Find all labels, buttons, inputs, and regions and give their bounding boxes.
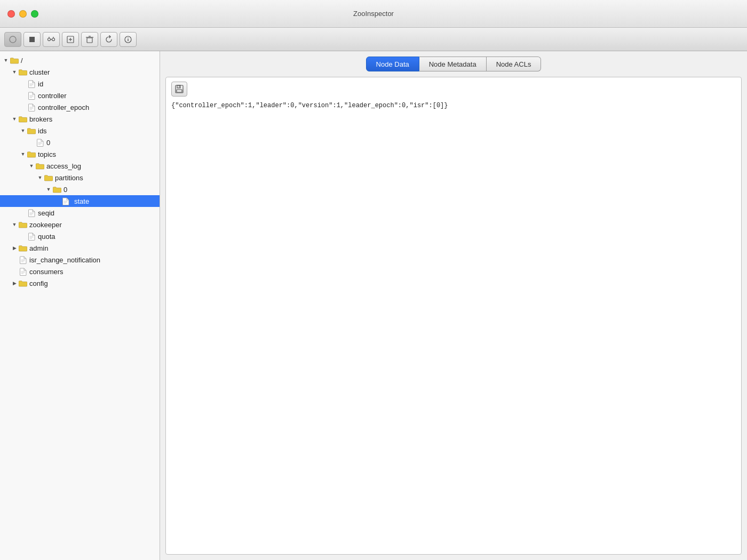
folder-icon-config — [18, 279, 28, 287]
svg-rect-10 — [87, 38, 92, 43]
record-button[interactable] — [23, 32, 41, 47]
tree-item-cluster-controller[interactable]: controller — [0, 90, 160, 101]
tree-label-config: config — [29, 279, 48, 287]
record-icon — [29, 36, 35, 43]
tree-label-brokers-topics-access_log-partitions: partitions — [55, 174, 83, 182]
tree-label-brokers-topics: topics — [38, 150, 56, 158]
folder-icon-cluster — [18, 68, 28, 76]
folder-icon-zookeeper — [18, 221, 28, 228]
close-button[interactable] — [7, 10, 15, 18]
file-icon-brokers-seqid — [27, 209, 36, 217]
maximize-button[interactable] — [31, 10, 38, 18]
tree-label-brokers-ids: ids — [38, 127, 47, 135]
tree-label-brokers-topics-access_log: access_log — [46, 162, 81, 170]
tree-label-brokers-ids-0: 0 — [46, 139, 50, 147]
tree-label-isr_change_notification: isr_change_notification — [29, 256, 100, 264]
tree-item-root[interactable]: ▼ / — [0, 54, 160, 66]
tab-node-data[interactable]: Node Data — [366, 57, 419, 71]
delete-icon — [85, 35, 94, 44]
tree-label-root: / — [21, 57, 23, 65]
save-button[interactable] — [171, 82, 187, 97]
tree-panel[interactable]: ▼ /▼ cluster id controller controller_ep… — [0, 51, 160, 560]
node-data-content[interactable]: {"controller_epoch":1,"leader":0,"versio… — [171, 101, 736, 550]
tree-item-cluster-id[interactable]: id — [0, 78, 160, 90]
folder-icon-root — [10, 57, 19, 64]
tree-item-isr_change_notification[interactable]: isr_change_notification — [0, 254, 160, 266]
toolbar — [0, 28, 747, 51]
folder-icon-brokers-topics-access_log-partitions-0 — [52, 186, 62, 193]
info-icon — [124, 35, 132, 44]
file-icon-cluster-id — [27, 80, 36, 87]
tree-item-consumers[interactable]: consumers — [0, 266, 160, 277]
file-icon-cluster-controller — [27, 92, 36, 99]
tree-label-zookeeper: zookeeper — [29, 221, 62, 229]
tree-item-brokers-topics-access_log[interactable]: ▼ access_log — [0, 160, 160, 172]
tab-node-acls[interactable]: Node ACLs — [487, 57, 542, 71]
add-button[interactable] — [62, 32, 79, 47]
tree-label-cluster-id: id — [38, 80, 43, 88]
tree-item-brokers-seqid[interactable]: seqid — [0, 207, 160, 219]
tree-item-brokers-topics[interactable]: ▼ topics — [0, 148, 160, 160]
tree-label-consumers: consumers — [29, 268, 63, 276]
connect-button[interactable] — [43, 32, 60, 47]
file-icon-consumers — [18, 268, 28, 275]
svg-point-0 — [10, 36, 16, 43]
tree-arrow-brokers-ids[interactable]: ▼ — [19, 127, 27, 134]
save-btn-area — [171, 82, 736, 97]
tree-item-cluster[interactable]: ▼ cluster — [0, 66, 160, 78]
folder-icon-brokers-ids — [27, 127, 36, 134]
tree-arrow-brokers-topics-access_log[interactable]: ▼ — [28, 162, 35, 170]
tree-arrow-root[interactable]: ▼ — [2, 57, 10, 64]
tree-label-cluster-controller: controller — [38, 92, 66, 100]
file-icon-brokers-ids-0 — [35, 139, 45, 146]
stop-button[interactable] — [4, 32, 21, 47]
info-button[interactable] — [120, 32, 137, 47]
folder-icon-brokers-topics — [27, 150, 36, 158]
delete-button[interactable] — [81, 32, 98, 47]
svg-rect-44 — [177, 85, 180, 88]
folder-icon-admin — [18, 244, 28, 252]
tree-arrow-config[interactable]: ▶ — [11, 279, 18, 287]
tree-arrow-brokers-topics-access_log-partitions[interactable]: ▼ — [36, 174, 44, 181]
right-panel: Node Data Node Metadata Node ACLs {"cont… — [160, 51, 747, 560]
tree-arrow-zookeeper[interactable]: ▼ — [11, 221, 18, 228]
svg-rect-1 — [29, 37, 35, 42]
tree-arrow-brokers[interactable]: ▼ — [11, 115, 18, 123]
refresh-button[interactable] — [100, 32, 117, 47]
tab-node-metadata[interactable]: Node Metadata — [419, 57, 487, 71]
tree-item-zookeeper-quota[interactable]: quota — [0, 230, 160, 242]
tree-label-admin: admin — [29, 244, 48, 252]
main-container: ▼ /▼ cluster id controller controller_ep… — [0, 51, 747, 560]
save-icon — [174, 84, 184, 94]
stop-icon — [9, 36, 17, 43]
tree-arrow-brokers-topics[interactable]: ▼ — [19, 150, 27, 158]
file-icon-cluster-controller_epoch — [27, 103, 36, 111]
tree-arrow-brokers-topics-access_log-partitions-0[interactable]: ▼ — [45, 186, 52, 193]
tree-item-brokers[interactable]: ▼ brokers — [0, 113, 160, 125]
tree-item-brokers-topics-access_log-partitions-0[interactable]: ▼ 0 — [0, 183, 160, 195]
titlebar: ZooInspector — [0, 0, 747, 28]
svg-point-2 — [48, 38, 51, 41]
minimize-button[interactable] — [19, 10, 27, 18]
tree-label-cluster: cluster — [29, 68, 50, 76]
folder-icon-brokers-topics-access_log — [35, 162, 45, 170]
tree-label-zookeeper-quota: quota — [38, 233, 55, 241]
add-icon — [66, 35, 75, 44]
tree-item-brokers-topics-access_log-partitions-0-state[interactable]: state — [0, 195, 160, 207]
svg-point-3 — [52, 38, 55, 41]
tree-item-brokers-topics-access_log-partitions[interactable]: ▼ partitions — [0, 172, 160, 183]
tree-arrow-admin[interactable]: ▶ — [11, 244, 18, 252]
tree-arrow-cluster[interactable]: ▼ — [11, 68, 18, 76]
tree-label-brokers-seqid: seqid — [38, 209, 54, 217]
tree-label-brokers: brokers — [29, 115, 52, 123]
tree-item-cluster-controller_epoch[interactable]: controller_epoch — [0, 101, 160, 113]
tree-item-zookeeper[interactable]: ▼ zookeeper — [0, 219, 160, 230]
tree-item-brokers-ids-0[interactable]: 0 — [0, 137, 160, 148]
file-icon-zookeeper-quota — [27, 233, 36, 240]
folder-icon-brokers-topics-access_log-partitions — [44, 174, 53, 181]
tree-item-config[interactable]: ▶ config — [0, 277, 160, 289]
window-title: ZooInspector — [353, 10, 394, 18]
tree-item-brokers-ids[interactable]: ▼ ids — [0, 125, 160, 137]
tree-label-brokers-topics-access_log-partitions-0: 0 — [63, 186, 67, 194]
tree-item-admin[interactable]: ▶ admin — [0, 242, 160, 254]
